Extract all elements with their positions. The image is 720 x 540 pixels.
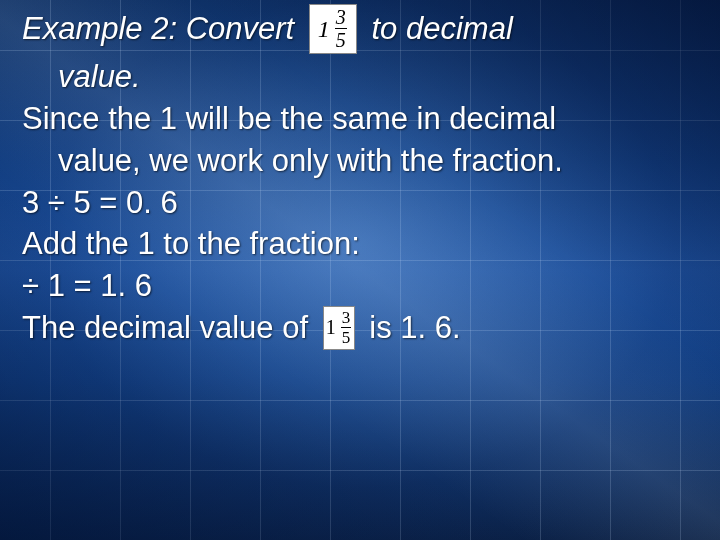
example-title-c: value. [58, 59, 141, 94]
mixed-fraction-1: 135 [309, 4, 357, 54]
line-2: value. [22, 56, 698, 98]
line-6: Add the 1 to the fraction: [22, 223, 698, 265]
explain-2: value, we work only with the fraction. [58, 143, 563, 178]
fraction-stack: 35 [338, 309, 355, 346]
fraction-whole: 1 [324, 317, 338, 337]
fraction-whole: 1 [316, 17, 332, 41]
line-5: 3 ÷ 5 = 0. 6 [22, 182, 698, 224]
line-4: value, we work only with the fraction. [22, 140, 698, 182]
explain-1: Since the 1 will be the same in decimal [22, 101, 556, 136]
division-equation: 3 ÷ 5 = 0. 6 [22, 185, 178, 220]
slide: Example 2: Convert 135 to decimal value.… [0, 0, 720, 540]
example-title-b: to decimal [371, 11, 512, 46]
slide-content: Example 2: Convert 135 to decimal value.… [0, 0, 720, 352]
example-title-a: Example 2: Convert [22, 11, 294, 46]
fraction-denominator: 5 [332, 30, 350, 50]
conclusion-b: is 1. 6. [369, 310, 460, 345]
conclusion-a: The decimal value of [22, 310, 308, 345]
fraction-numerator: 3 [332, 7, 350, 27]
result-equation: ÷ 1 = 1. 6 [22, 268, 152, 303]
fraction-stack: 35 [332, 7, 350, 50]
line-7: ÷ 1 = 1. 6 [22, 265, 698, 307]
line-3: Since the 1 will be the same in decimal [22, 98, 698, 140]
line-1: Example 2: Convert 135 to decimal [22, 6, 698, 56]
fraction-denominator: 5 [338, 329, 355, 346]
fraction-numerator: 3 [338, 309, 355, 326]
line-8: The decimal value of 135 is 1. 6. [22, 307, 698, 352]
mixed-fraction-2: 135 [323, 306, 355, 350]
add-instruction: Add the 1 to the fraction: [22, 226, 360, 261]
